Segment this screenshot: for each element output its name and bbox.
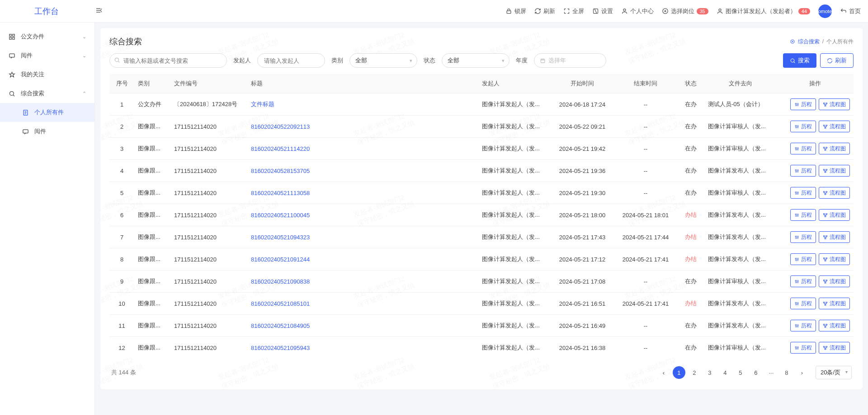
history-button[interactable]: 历程 <box>790 143 816 154</box>
flow-button[interactable]: 流程图 <box>819 165 850 177</box>
cell-start: 2024-05-21 16:49 <box>551 315 614 337</box>
page-···[interactable]: ··· <box>765 366 778 379</box>
sidebar-collapse-icon[interactable] <box>95 7 109 15</box>
search-icon <box>8 90 15 97</box>
cell-starter: 图像计算发起人（发... <box>478 182 551 204</box>
refresh-filter-button[interactable]: 刷新 <box>820 53 854 68</box>
breadcrumb-root[interactable]: 综合搜索 <box>798 38 820 46</box>
history-button[interactable]: 历程 <box>790 209 816 221</box>
svg-point-43 <box>797 193 797 194</box>
history-button[interactable]: 历程 <box>790 298 816 309</box>
status-select[interactable]: 全部▾ <box>442 53 509 68</box>
calendar-icon <box>540 58 546 64</box>
settings-button[interactable]: 设置 <box>592 7 613 15</box>
pagesize-select[interactable]: 20条/页▾ <box>816 366 852 379</box>
history-button[interactable]: 历程 <box>790 165 816 177</box>
sidebar-item-4[interactable]: 个人所有件 <box>0 103 94 122</box>
title-link[interactable]: 8160202405210​84905 <box>251 322 310 329</box>
svg-point-56 <box>797 236 798 237</box>
flow-button[interactable]: 流程图 <box>819 342 850 354</box>
history-button[interactable]: 历程 <box>790 342 816 354</box>
history-button[interactable]: 历程 <box>790 231 816 243</box>
title-link[interactable]: 8160202405211​13058 <box>251 190 310 196</box>
flow-button[interactable]: 流程图 <box>819 253 850 265</box>
home-button[interactable]: 首页 <box>840 7 861 15</box>
page-4[interactable]: 4 <box>719 366 731 379</box>
flow-button[interactable]: 流程图 <box>819 298 850 309</box>
page-1[interactable]: 1 <box>673 366 685 379</box>
page-6[interactable]: 6 <box>750 366 762 379</box>
svg-rect-29 <box>825 127 826 128</box>
svg-rect-0 <box>507 11 511 14</box>
total-count: 共 144 条 <box>111 368 136 377</box>
svg-rect-65 <box>825 260 826 261</box>
history-button[interactable]: 历程 <box>790 98 816 110</box>
sidebar-item-5[interactable]: 阅件 <box>0 122 94 141</box>
page-prev[interactable]: ‹ <box>657 366 670 379</box>
title-link[interactable]: 81602024052209​2113 <box>251 123 310 130</box>
nav-label: 综合搜索 <box>21 89 44 98</box>
nav-label: 我的关注 <box>21 70 44 79</box>
flow-button[interactable]: 流程图 <box>819 143 850 154</box>
type-select[interactable]: 全部▾ <box>349 53 417 68</box>
flow-button[interactable]: 流程图 <box>819 231 850 243</box>
title-link[interactable]: 8160202405211​00045 <box>251 212 310 219</box>
cell-ops: 历程 流程图 <box>777 270 854 293</box>
sidebar-item-2[interactable]: 我的关注 <box>0 65 94 84</box>
avatar[interactable]: omote <box>818 5 832 18</box>
svg-point-74 <box>797 303 798 303</box>
sidebar-item-0[interactable]: 公文办件 ⌄ <box>0 27 94 46</box>
page-8[interactable]: 8 <box>780 366 793 379</box>
search-icon <box>114 57 120 65</box>
title-link[interactable]: 8160202405211​14220 <box>251 145 310 152</box>
cell-docnum: 1711512114020 <box>170 226 247 248</box>
history-button[interactable]: 历程 <box>790 253 816 265</box>
selectpost-button[interactable]: 选择岗位 35 <box>662 7 708 15</box>
svg-rect-63 <box>823 257 825 258</box>
refresh-button[interactable]: 刷新 <box>534 7 555 15</box>
flow-button[interactable]: 流程图 <box>819 209 850 221</box>
fullscreen-button[interactable]: 全屏 <box>563 7 584 15</box>
title-link[interactable]: 8160202405210​90838 <box>251 278 310 285</box>
sidebar-item-3[interactable]: 综合搜索 ⌃ <box>0 84 94 103</box>
cell-dest: 图像计算审核人（发... <box>704 138 777 160</box>
cell-status: 在办 <box>677 182 704 204</box>
page-3[interactable]: 3 <box>703 366 716 379</box>
svg-rect-57 <box>823 235 825 236</box>
history-button[interactable]: 历程 <box>790 275 816 287</box>
search-input[interactable] <box>109 53 227 68</box>
usercenter-button[interactable]: 个人中心 <box>621 7 654 15</box>
lock-button[interactable]: 锁屏 <box>505 7 526 15</box>
title-link[interactable]: 8160202405281​53705 <box>251 168 310 174</box>
nav-label: 阅件 <box>21 51 33 60</box>
cell-dest: 测试人员-05（会计） <box>704 93 777 116</box>
cell-idx: 7 <box>109 226 134 248</box>
flow-button[interactable]: 流程图 <box>819 275 850 287</box>
cell-status: 在办 <box>677 315 704 337</box>
flow-button[interactable]: 流程图 <box>819 320 850 331</box>
svg-point-60 <box>795 258 796 259</box>
title-link[interactable]: 8160202405210​85101 <box>251 300 310 307</box>
title-link[interactable]: 8160202405210​94323 <box>251 234 310 241</box>
history-button[interactable]: 历程 <box>790 187 816 199</box>
page-2[interactable]: 2 <box>688 366 701 379</box>
page-next[interactable]: › <box>796 366 808 379</box>
svg-point-86 <box>797 347 798 348</box>
history-button[interactable]: 历程 <box>790 121 816 132</box>
title-link[interactable]: 8160202405210​91244 <box>251 256 310 263</box>
starter-input[interactable] <box>257 53 325 68</box>
cell-status: 在办 <box>677 138 704 160</box>
title-link[interactable]: 文件标题 <box>251 101 274 107</box>
history-button[interactable]: 历程 <box>790 320 816 331</box>
role-button[interactable]: 图像计算发起人（发起者） 44 <box>717 7 810 15</box>
page-5[interactable]: 5 <box>734 366 747 379</box>
sidebar-item-1[interactable]: 阅件 ⌄ <box>0 46 94 65</box>
year-select[interactable]: 选择年 <box>534 53 606 68</box>
search-button[interactable]: 搜索 <box>783 53 816 68</box>
flow-button[interactable]: 流程图 <box>819 187 850 199</box>
title-link[interactable]: 8160202405210​95943 <box>251 345 310 351</box>
flow-button[interactable]: 流程图 <box>819 98 850 110</box>
cell-end: -- <box>614 337 677 359</box>
svg-point-15 <box>115 58 118 61</box>
flow-button[interactable]: 流程图 <box>819 121 850 132</box>
